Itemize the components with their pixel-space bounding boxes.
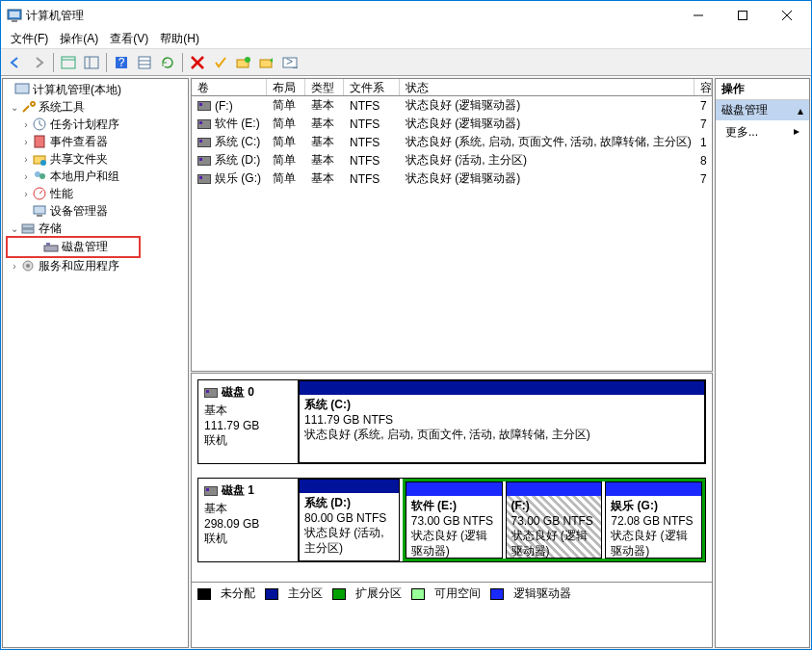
- volume-row[interactable]: 娱乐 (G:)简单基本NTFS状态良好 (逻辑驱动器)7: [192, 169, 712, 188]
- legend-free-swatch: [411, 588, 425, 600]
- partition-size: 73.00 GB NTFS: [511, 514, 597, 530]
- col-pct[interactable]: 容: [694, 79, 712, 95]
- services-icon: [20, 258, 36, 273]
- folder-up-icon[interactable]: [256, 52, 277, 73]
- disk-row[interactable]: 磁盘 0基本111.79 GB联机系统 (C:)111.79 GB NTFS状态…: [197, 379, 706, 464]
- svg-rect-25: [35, 136, 44, 147]
- menu-view[interactable]: 查看(V): [104, 31, 154, 47]
- volume-list[interactable]: (F:)简单基本NTFS状态良好 (逻辑驱动器)7软件 (E:)简单基本NTFS…: [191, 96, 713, 372]
- folder-new-icon[interactable]: [233, 52, 254, 73]
- disk-size: 111.79 GB: [204, 419, 292, 432]
- tree-task-scheduler[interactable]: › 任务计划程序: [3, 116, 188, 133]
- volume-status: 状态良好 (逻辑驱动器): [400, 115, 694, 133]
- col-status[interactable]: 状态: [400, 79, 694, 95]
- hscrollbar[interactable]: [192, 371, 712, 372]
- chevron-right-icon[interactable]: ›: [20, 119, 32, 130]
- tree-device-manager[interactable]: 设备管理器: [3, 202, 188, 220]
- actions-more[interactable]: 更多... ▸: [716, 120, 809, 144]
- window-title: 计算机管理: [26, 8, 676, 24]
- tree-root[interactable]: 计算机管理(本地): [3, 81, 188, 98]
- volume-fs: NTFS: [344, 153, 400, 169]
- maximize-button[interactable]: [720, 1, 765, 30]
- nav-back-icon[interactable]: [5, 52, 26, 73]
- chevron-down-icon[interactable]: ⌄: [9, 223, 20, 234]
- partition-body: 娱乐 (G:)72.08 GB NTFS状态良好 (逻辑驱动器): [606, 496, 701, 558]
- view-pane-icon[interactable]: [58, 52, 79, 73]
- disk-graphical-view[interactable]: 磁盘 0基本111.79 GB联机系统 (C:)111.79 GB NTFS状态…: [191, 373, 713, 648]
- device-icon: [32, 203, 47, 219]
- tree-performance[interactable]: › 性能: [3, 185, 188, 202]
- actions-pane: 操作 磁盘管理 ▴ 更多... ▸: [715, 78, 810, 648]
- app-icon: [7, 8, 22, 23]
- close-button[interactable]: [765, 1, 809, 30]
- tree-shared-folders[interactable]: › 共享文件夹: [3, 150, 188, 168]
- partition[interactable]: 系统 (D:)80.00 GB NTFS状态良好 (活动, 主分区): [299, 479, 400, 561]
- nav-forward-icon[interactable]: [28, 52, 49, 73]
- chevron-right-icon[interactable]: ›: [20, 137, 32, 147]
- svg-rect-1: [10, 12, 19, 17]
- menu-file[interactable]: 文件(F): [5, 31, 54, 47]
- minimize-button[interactable]: [676, 1, 720, 30]
- svg-rect-35: [44, 246, 58, 251]
- partition-status: 状态良好 (系统, 启动, 页面文件, 活动, 故障转储, 主分区): [304, 428, 699, 443]
- refresh-icon[interactable]: [157, 52, 178, 73]
- chevron-right-icon[interactable]: ›: [20, 154, 32, 165]
- partition[interactable]: 软件 (E:)73.00 GB NTFS状态良好 (逻辑驱动器): [406, 481, 503, 559]
- view-cols-icon[interactable]: [81, 52, 102, 73]
- volume-header[interactable]: 卷 布局 类型 文件系统 状态 容: [191, 78, 713, 96]
- share-icon: [32, 151, 47, 167]
- volume-row[interactable]: 软件 (E:)简单基本NTFS状态良好 (逻辑驱动器)7: [192, 115, 712, 133]
- partition-stripe: [300, 480, 399, 493]
- volume-layout: 简单: [267, 169, 305, 188]
- drive-icon: [197, 174, 211, 184]
- chevron-right-icon[interactable]: ›: [20, 171, 32, 182]
- menu-action[interactable]: 操作(A): [54, 31, 104, 47]
- legend-logical-swatch: [490, 588, 504, 600]
- col-layout[interactable]: 布局: [267, 79, 305, 95]
- col-type[interactable]: 类型: [305, 79, 344, 95]
- tree-event-viewer[interactable]: › 事件查看器: [3, 133, 188, 150]
- volume-row[interactable]: 系统 (C:)简单基本NTFS状态良好 (系统, 启动, 页面文件, 活动, 故…: [192, 133, 712, 151]
- help-icon[interactable]: ?: [111, 52, 132, 73]
- col-fs[interactable]: 文件系统: [344, 79, 400, 95]
- partition-status: 状态良好 (逻辑驱动器): [411, 529, 497, 558]
- partition[interactable]: 娱乐 (G:)72.08 GB NTFS状态良好 (逻辑驱动器): [605, 481, 702, 559]
- legend-extended: 扩展分区: [355, 585, 402, 602]
- partition-size: 73.00 GB NTFS: [411, 514, 497, 530]
- partition[interactable]: (F:)73.00 GB NTFS状态良好 (逻辑驱动器): [506, 481, 603, 559]
- tree-storage[interactable]: ⌄ 存储: [3, 220, 188, 237]
- partition[interactable]: 系统 (C:)111.79 GB NTFS状态良好 (系统, 启动, 页面文件,…: [299, 380, 705, 463]
- check-icon[interactable]: [210, 52, 231, 73]
- volume-pct: 7: [694, 171, 712, 187]
- col-volume[interactable]: 卷: [192, 79, 267, 95]
- tree-local-users[interactable]: › 本地用户和组: [3, 168, 188, 185]
- chevron-down-icon[interactable]: ⌄: [9, 102, 20, 113]
- terminal-icon[interactable]: >_: [279, 52, 301, 73]
- drive-icon: [197, 138, 211, 147]
- chevron-right-icon[interactable]: ›: [20, 189, 32, 199]
- svg-rect-31: [34, 206, 45, 214]
- tree-disk-management[interactable]: 磁盘管理: [7, 237, 140, 257]
- disk-row[interactable]: 磁盘 1基本298.09 GB联机系统 (D:)80.00 GB NTFS状态良…: [197, 478, 706, 562]
- volume-row[interactable]: 系统 (D:)简单基本NTFS状态良好 (活动, 主分区)8: [192, 151, 712, 169]
- volume-row[interactable]: (F:)简单基本NTFS状态良好 (逻辑驱动器)7: [192, 96, 712, 115]
- chevron-right-icon[interactable]: ›: [9, 261, 20, 272]
- volume-pct: 1: [694, 135, 712, 150]
- disk-icon: [204, 486, 218, 496]
- nav-tree[interactable]: 计算机管理(本地) ⌄ 系统工具 › 任务计划程序 › 事件查看器: [2, 78, 189, 648]
- chevron-right-icon: ▸: [794, 124, 799, 141]
- partition-size: 80.00 GB NTFS: [304, 511, 394, 527]
- partition-status: 状态良好 (活动, 主分区): [304, 526, 394, 556]
- legend-logical: 逻辑驱动器: [513, 585, 571, 602]
- delete-icon[interactable]: [187, 52, 208, 73]
- tree-services-apps[interactable]: › 服务和应用程序: [3, 257, 188, 274]
- extended-partition[interactable]: 软件 (E:)73.00 GB NTFS状态良好 (逻辑驱动器)(F:)73.0…: [403, 479, 705, 561]
- list-view-icon[interactable]: [134, 52, 155, 73]
- volume-pct: 7: [694, 117, 712, 132]
- partition-name: 娱乐 (G:): [611, 499, 696, 514]
- tree-system-tools[interactable]: ⌄ 系统工具: [3, 98, 188, 116]
- actions-section-disk-mgmt[interactable]: 磁盘管理 ▴: [716, 100, 809, 120]
- menu-help[interactable]: 帮助(H): [154, 31, 205, 47]
- collapse-icon[interactable]: ▴: [798, 104, 803, 117]
- volume-status: 状态良好 (逻辑驱动器): [400, 96, 694, 115]
